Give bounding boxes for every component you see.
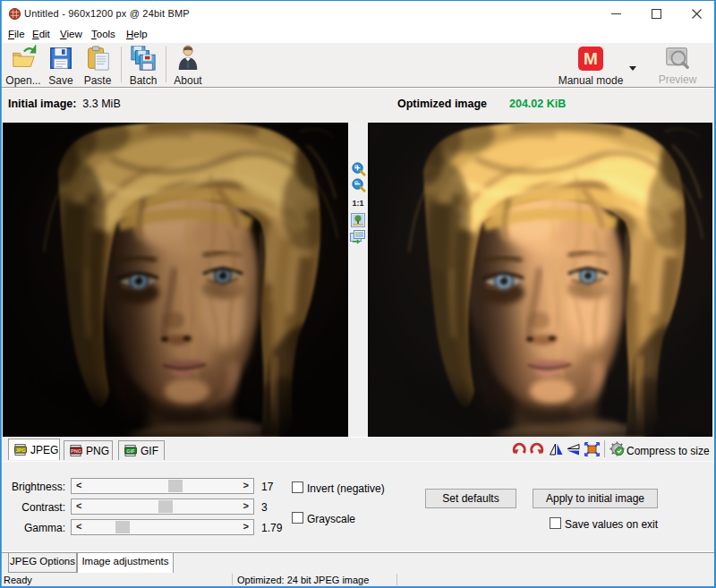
svg-text:GIF: GIF: [126, 448, 135, 454]
svg-text:M: M: [584, 49, 598, 68]
svg-text:PNG: PNG: [71, 448, 81, 454]
svg-text:JPG: JPG: [15, 447, 25, 453]
